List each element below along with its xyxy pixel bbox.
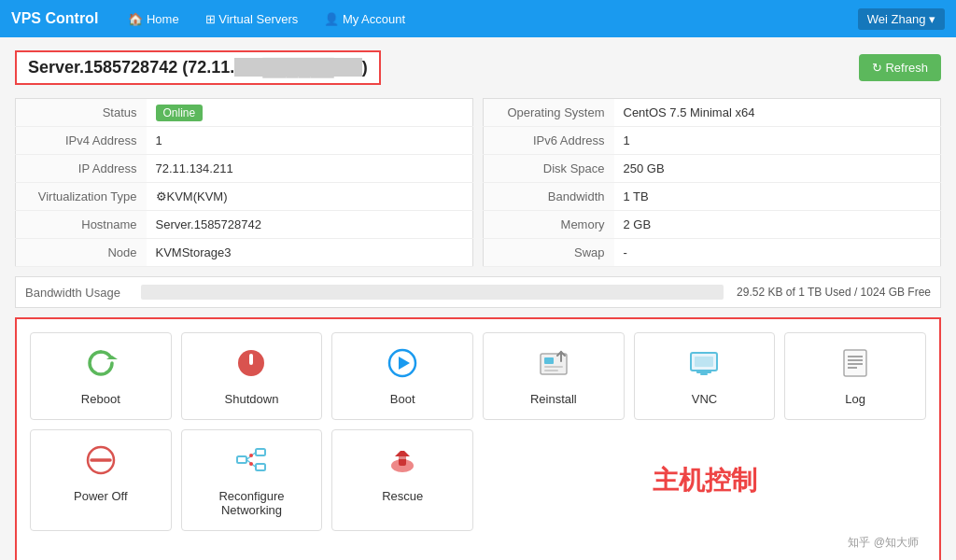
label-bandwidth: Bandwidth	[484, 183, 614, 211]
nav-my-account[interactable]: 👤 My Account	[313, 0, 416, 37]
info-section: Status Online IPv4 Address 1 IP Address …	[15, 98, 941, 267]
control-grid-row2: Power Off Reconfigure Networking	[30, 429, 926, 531]
table-row: Disk Space 250 GB	[484, 155, 941, 183]
bandwidth-label: Bandwidth Usage	[25, 286, 128, 300]
label-disk: Disk Space	[484, 155, 614, 183]
vnc-icon	[687, 346, 721, 385]
boot-button[interactable]: Boot	[331, 332, 473, 420]
svg-point-26	[249, 454, 253, 457]
shutdown-button[interactable]: Shutdown	[181, 332, 323, 420]
refresh-button[interactable]: ↻ Refresh	[859, 54, 941, 81]
info-table-right: Operating System CentOS 7.5 Minimal x64 …	[483, 98, 941, 267]
reconfigure-networking-button[interactable]: Reconfigure Networking	[181, 429, 323, 531]
value-memory: 2 GB	[614, 211, 941, 239]
user-menu[interactable]: Wei Zhang ▾	[858, 8, 945, 30]
control-grid-row1: Reboot Shutdown Boot	[30, 332, 926, 420]
power-off-icon	[84, 443, 118, 482]
reinstall-button[interactable]: Reinstall	[483, 332, 625, 420]
value-os: CentOS 7.5 Minimal x64	[614, 99, 941, 127]
value-disk: 250 GB	[614, 155, 941, 183]
bandwidth-row: Bandwidth Usage 29.52 KB of 1 TB Used / …	[15, 276, 941, 308]
label-ipv6: IPv6 Address	[484, 127, 614, 155]
status-badge: Online	[156, 105, 204, 121]
svg-rect-30	[401, 449, 404, 451]
reboot-label: Reboot	[81, 392, 120, 406]
table-row: IPv4 Address 1	[16, 127, 473, 155]
table-row: Status Online	[16, 99, 473, 127]
label-swap: Swap	[484, 239, 614, 267]
log-icon	[838, 346, 872, 385]
reinstall-icon	[537, 346, 570, 385]
log-label: Log	[845, 392, 865, 406]
rescue-button[interactable]: Rescue	[331, 429, 473, 531]
label-memory: Memory	[484, 211, 614, 239]
reinstall-label: Reinstall	[530, 392, 577, 406]
svg-rect-8	[544, 370, 558, 371]
vnc-label: VNC	[692, 392, 717, 406]
label-ip: IP Address	[16, 155, 147, 183]
svg-rect-12	[700, 373, 708, 375]
svg-rect-23	[256, 464, 265, 470]
value-ip: 72.11.134.211	[147, 155, 473, 183]
boot-label: Boot	[390, 392, 415, 406]
shutdown-icon	[234, 346, 268, 385]
boot-icon	[386, 346, 419, 385]
svg-point-27	[249, 462, 253, 466]
main-content: Server.1585728742 (72.11.██████) ↻ Refre…	[0, 37, 956, 560]
label-ipv4: IPv4 Address	[16, 127, 147, 155]
svg-rect-6	[544, 357, 554, 364]
server-title-bar: Server.1585728742 (72.11.██████) ↻ Refre…	[15, 50, 941, 85]
label-os: Operating System	[484, 99, 614, 127]
power-off-label: Power Off	[74, 489, 128, 503]
nav-virtual-servers[interactable]: ⊞ Virtual Servers	[194, 0, 310, 37]
shutdown-label: Shutdown	[225, 392, 279, 406]
log-button[interactable]: Log	[784, 332, 926, 420]
reconfigure-networking-label: Reconfigure Networking	[190, 489, 315, 517]
navbar: VPS Control 🏠 Home ⊞ Virtual Servers 👤 M…	[0, 0, 956, 37]
svg-rect-11	[696, 371, 711, 373]
label-hostname: Hostname	[16, 211, 147, 239]
value-ipv4: 1	[147, 127, 473, 155]
table-row: Node KVMStorage3	[16, 239, 473, 267]
rescue-icon	[386, 443, 419, 482]
svg-rect-31	[395, 456, 410, 459]
chinese-label: 主机控制	[653, 463, 757, 498]
brand-logo: VPS Control	[11, 10, 98, 27]
table-row: Memory 2 GB	[484, 211, 941, 239]
svg-rect-7	[544, 366, 563, 368]
table-row: IP Address 72.11.134.211	[16, 155, 473, 183]
reboot-button[interactable]: Reboot	[30, 332, 172, 420]
svg-rect-2	[249, 354, 253, 365]
table-row: Operating System CentOS 7.5 Minimal x64	[484, 99, 941, 127]
power-off-button[interactable]: Power Off	[30, 429, 172, 531]
table-row: Hostname Server.1585728742	[16, 211, 473, 239]
vnc-button[interactable]: VNC	[634, 332, 776, 420]
bandwidth-text: 29.52 KB of 1 TB Used / 1024 GB Free	[737, 286, 931, 299]
table-row: Bandwidth 1 TB	[484, 183, 941, 211]
nav-home[interactable]: 🏠 Home	[117, 0, 190, 37]
value-virt: ⚙KVM(KVM)	[147, 183, 473, 211]
nav-links: 🏠 Home ⊞ Virtual Servers 👤 My Account	[117, 0, 857, 37]
ip-redacted: ██████	[234, 58, 362, 77]
svg-rect-14	[844, 350, 866, 376]
chinese-text-panel: 主机控制	[483, 429, 926, 531]
svg-rect-22	[256, 449, 265, 455]
server-title: Server.1585728742 (72.11.██████)	[15, 50, 381, 85]
value-hostname: Server.1585728742	[147, 211, 473, 239]
reconfigure-networking-icon	[234, 443, 268, 482]
label-status: Status	[16, 99, 147, 127]
svg-rect-21	[237, 456, 246, 463]
value-node: KVMStorage3	[147, 239, 473, 267]
label-virt: Virtualization Type	[16, 183, 147, 211]
reboot-icon	[84, 346, 118, 385]
value-bandwidth: 1 TB	[614, 183, 941, 211]
info-table-left: Status Online IPv4 Address 1 IP Address …	[15, 98, 473, 267]
value-ipv6: 1	[614, 127, 941, 155]
table-row: Virtualization Type ⚙KVM(KVM)	[16, 183, 473, 211]
table-row: IPv6 Address 1	[484, 127, 941, 155]
value-swap: -	[614, 239, 941, 267]
control-panel: Reboot Shutdown Boot	[15, 317, 941, 560]
watermark: 知乎 @知大师	[30, 531, 926, 551]
bandwidth-bar-container	[141, 285, 724, 300]
label-node: Node	[16, 239, 147, 267]
